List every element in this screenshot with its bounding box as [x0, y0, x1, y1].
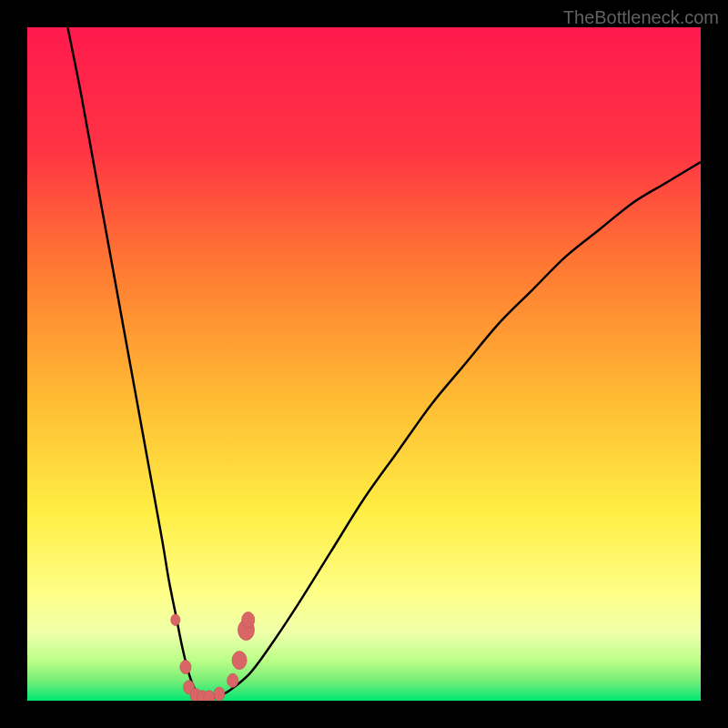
curve-marker [242, 612, 255, 628]
curve-marker [214, 687, 225, 701]
gradient-background [27, 27, 701, 701]
curve-marker [228, 673, 238, 687]
chart-container: TheBottleneck.com [0, 0, 728, 728]
curve-marker [204, 691, 215, 701]
watermark-text: TheBottleneck.com [563, 7, 719, 28]
chart-svg [27, 27, 701, 701]
curve-marker [171, 614, 180, 626]
plot-area [27, 27, 701, 701]
curve-marker [180, 661, 191, 674]
curve-marker [232, 652, 247, 670]
